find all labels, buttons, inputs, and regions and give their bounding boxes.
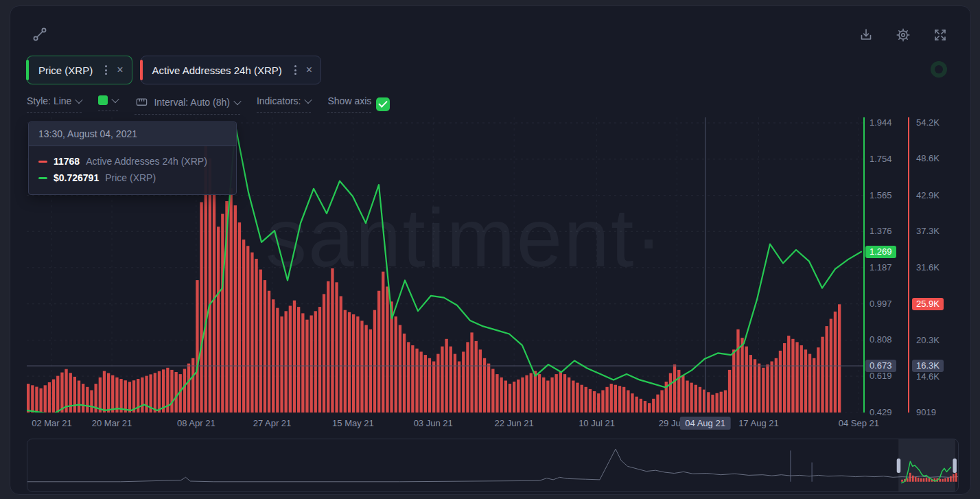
chart-tooltip: 13:30, August 04, 2021 11768Active Addre… — [28, 121, 237, 195]
price-tick-label: 1.187 — [870, 262, 892, 273]
price-tick-label: 0.808 — [870, 334, 892, 345]
style-label: Style: Line — [27, 95, 71, 106]
metric-options-icon[interactable] — [105, 65, 107, 75]
price-axis-line — [863, 117, 865, 413]
metric-chip-label: Active Addresses 24h (XRP) — [152, 65, 282, 76]
timeline-navigator[interactable] — [27, 439, 959, 492]
time-tick-label: 04 Sep 21 — [839, 418, 879, 429]
time-tick-label: 20 Mar 21 — [92, 418, 132, 429]
show-axis-checkbox[interactable] — [376, 97, 390, 111]
metric-chip-price[interactable]: Price (XRP)× — [27, 56, 132, 84]
price-tick-label: 1.376 — [870, 226, 892, 237]
settings-gear-icon[interactable] — [895, 27, 911, 43]
chevron-down-icon — [305, 96, 312, 104]
price-tick-label: 1.565 — [870, 190, 892, 201]
metric-options-icon[interactable] — [294, 65, 296, 75]
addresses-tick-label: 37.3K — [916, 226, 940, 237]
price-crosshair-badge: 0.673 — [865, 360, 896, 372]
addresses-tick-label: 20.3K — [916, 335, 940, 346]
series-color-selector[interactable] — [98, 95, 118, 111]
price-tick-label: 0.619 — [870, 371, 892, 382]
interval-label: Interval: Auto (8h) — [154, 97, 230, 108]
time-tick-label: 08 Apr 21 — [177, 418, 215, 429]
chevron-down-icon — [112, 95, 119, 103]
tooltip-values: 11768Active Addresses 24h (XRP)$0.726791… — [29, 146, 236, 194]
chart-actions — [858, 27, 948, 43]
indicators-selector[interactable]: Indicators: — [257, 95, 312, 113]
series-color-swatch — [98, 95, 108, 105]
tooltip-timestamp: 13:30, August 04, 2021 — [29, 122, 236, 146]
time-axis-labels: 02 Mar 2120 Mar 2108 Apr 2127 Apr 2115 M… — [10, 418, 970, 430]
tooltip-value: $0.726791 — [54, 172, 99, 183]
tooltip-series-marker — [38, 177, 47, 179]
time-tick-label: 02 Mar 21 — [32, 418, 72, 429]
addresses-tick-label: 42.9K — [916, 190, 940, 201]
tooltip-label: Active Addresses 24h (XRP) — [86, 156, 207, 167]
tooltip-series-marker — [38, 161, 47, 163]
indicators-label: Indicators: — [257, 95, 301, 106]
price-tick-label: 0.429 — [870, 407, 892, 418]
check-icon — [379, 98, 388, 107]
navigator-right-handle[interactable] — [953, 459, 957, 473]
price-last-value-badge: 1.269 — [865, 246, 896, 258]
interval-icon — [135, 95, 149, 108]
style-selector[interactable]: Style: Line — [27, 95, 82, 113]
addresses-tick-label: 31.6K — [916, 262, 940, 273]
metric-accent-bar — [140, 60, 143, 80]
time-crosshair-badge: 04 Aug 21 — [679, 417, 731, 430]
tooltip-row: $0.726791Price (XRP) — [38, 170, 226, 186]
time-tick-label: 22 Jun 21 — [495, 418, 534, 429]
time-tick-label: 10 Jul 21 — [579, 418, 615, 429]
chevron-down-icon — [233, 97, 241, 104]
price-tick-label: 0.997 — [870, 299, 892, 310]
time-tick-label: 27 Apr 21 — [253, 418, 292, 429]
time-tick-label: 03 Jun 21 — [414, 418, 453, 429]
chevron-down-icon — [75, 96, 83, 104]
tooltip-row: 11768Active Addresses 24h (XRP) — [38, 153, 226, 170]
addresses-last-value-badge: 25.9K — [912, 298, 944, 310]
addresses-tick-label: 54.2K — [916, 117, 940, 128]
close-icon[interactable]: × — [306, 65, 312, 76]
navigator-left-handle[interactable] — [897, 459, 901, 473]
price-tick-label: 1.754 — [870, 154, 892, 165]
time-tick-label: 17 Aug 21 — [738, 418, 779, 429]
fullscreen-icon[interactable] — [932, 27, 948, 43]
metric-accent-bar — [26, 60, 29, 80]
chart-toolbar: Style: Line Interval: Auto (8h) Indicato… — [27, 95, 390, 119]
addresses-tick-label: 9019 — [916, 407, 936, 418]
download-icon[interactable] — [858, 27, 874, 43]
tooltip-label: Price (XRP) — [105, 172, 156, 183]
tooltip-value: 11768 — [54, 156, 80, 167]
metric-chip-active-addresses[interactable]: Active Addresses 24h (XRP)× — [141, 56, 322, 84]
metric-chip-label: Price (XRP) — [38, 65, 93, 76]
navigator-chart[interactable] — [27, 439, 958, 491]
chart-panel: Price (XRP)×Active Addresses 24h (XRP)× … — [10, 5, 971, 495]
addresses-tick-label: 14.6K — [916, 371, 940, 382]
live-data-indicator — [935, 65, 943, 73]
trend-line-tool-icon[interactable] — [31, 25, 49, 43]
interval-selector[interactable]: Interval: Auto (8h) — [135, 95, 240, 115]
addresses-crosshair-badge: 16.3K — [912, 360, 944, 372]
show-axis-toggle[interactable]: Show axis — [327, 95, 390, 119]
price-tick-label: 1.944 — [870, 117, 892, 128]
addresses-axis-line — [908, 117, 909, 413]
metric-chips: Price (XRP)×Active Addresses 24h (XRP)× — [27, 56, 321, 84]
close-icon[interactable]: × — [117, 65, 123, 76]
show-axis-label: Show axis — [327, 95, 371, 113]
time-tick-label: 15 May 21 — [332, 418, 374, 429]
addresses-tick-label: 48.6K — [916, 153, 940, 164]
